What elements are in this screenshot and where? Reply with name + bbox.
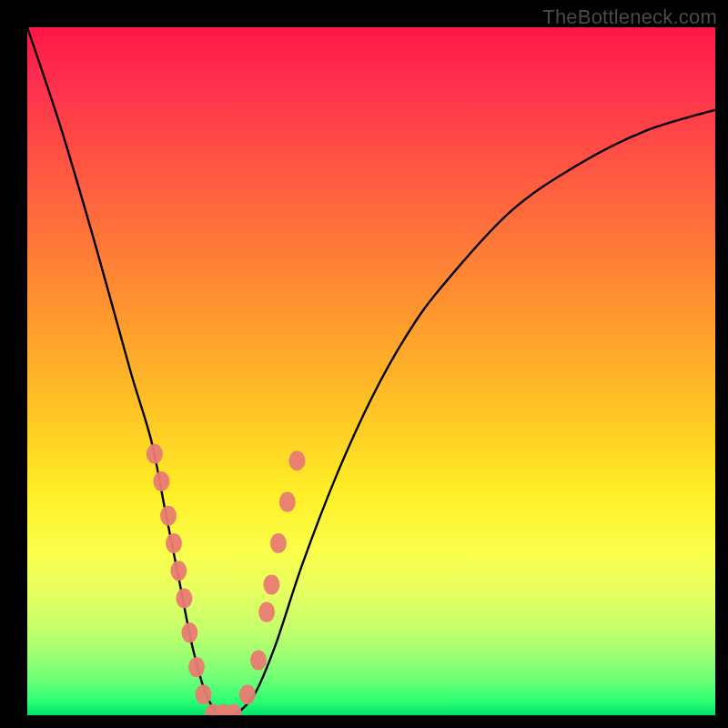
data-bead: [170, 561, 187, 581]
data-bead: [263, 574, 279, 594]
data-bead: [176, 589, 192, 609]
curve-svg: [27, 27, 715, 715]
data-bead: [188, 657, 205, 677]
data-bead: [279, 492, 296, 512]
data-bead: [166, 533, 182, 553]
data-bead: [250, 651, 267, 671]
data-bead: [160, 506, 177, 526]
data-bead: [288, 450, 305, 470]
bottleneck-curve: [27, 27, 715, 715]
data-bead: [196, 684, 212, 704]
data-bead: [181, 622, 197, 642]
data-bead: [153, 471, 169, 491]
data-bead: [258, 602, 275, 622]
data-bead: [147, 444, 163, 464]
data-bead: [270, 533, 287, 553]
data-beads-group: [147, 444, 306, 715]
watermark-text: TheBottleneck.com: [542, 5, 717, 29]
chart-frame: TheBottleneck.com: [0, 0, 728, 728]
data-bead: [239, 684, 256, 704]
plot-area: [27, 27, 715, 715]
